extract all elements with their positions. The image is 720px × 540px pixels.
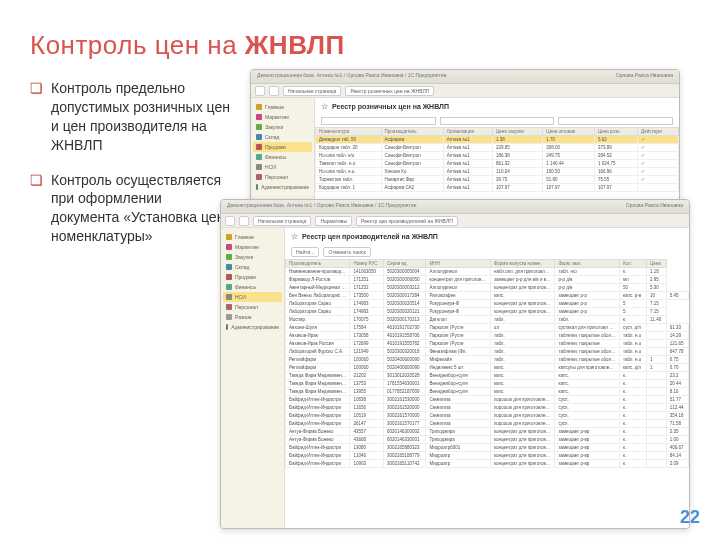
table-row[interactable]: Байфид-Иптек-Индастри110463002165188779М…	[286, 452, 689, 460]
sidebar-item[interactable]: Разное	[223, 312, 282, 322]
sidebar-label: Администрирование	[261, 184, 309, 190]
filter-input[interactable]	[321, 117, 436, 125]
sidebar-item[interactable]: Администрирование	[253, 182, 312, 192]
menu-icon[interactable]	[225, 216, 235, 226]
column-header[interactable]: Форма выпуска номен.	[490, 260, 554, 268]
column-header[interactable]: Производитель	[381, 128, 443, 136]
sidebar-item[interactable]: Продажи	[223, 272, 282, 282]
tab-home[interactable]: Начальная страница	[253, 216, 311, 226]
table-row[interactable]: Лаборатории Сарво1749835020300020121Року…	[286, 308, 689, 316]
table-row[interactable]: Байфид-Иптек-Индастри105193002161570000С…	[286, 412, 689, 420]
table-row[interactable]: Кордарон табл. 20Санофи-ВинтропАптека №1…	[316, 144, 679, 152]
sidebar-item[interactable]: Главное	[223, 232, 282, 242]
table-row[interactable]: Бен Венью Лабораторис Инк.17350050203000…	[286, 292, 689, 300]
tab-home[interactable]: Начальная страница	[283, 86, 341, 96]
table-row[interactable]: Авхиков-Ирак Россия1726994610191555782Па…	[286, 340, 689, 348]
cell: 354.18	[666, 412, 688, 420]
table-row[interactable]: Но-шпа табл. н/оСанофи-ВинтропАптека №11…	[316, 152, 679, 160]
cell: Аллопуринол	[426, 284, 490, 292]
column-header[interactable]: Номенклатура	[316, 128, 382, 136]
table-row[interactable]: Димедрол таб. 50АсфармаАптека №11.381.70…	[316, 136, 679, 144]
cell: к.	[619, 396, 646, 404]
table-row[interactable]: Но-шпа табл. н.о.Хиноин КоАптека №1110.2…	[316, 168, 679, 176]
sidebar-item[interactable]: Маркетинг	[253, 112, 312, 122]
column-header[interactable]: Цена	[647, 260, 667, 268]
cell: 39.75	[493, 176, 543, 184]
column-header[interactable]: Номер РУС	[350, 260, 383, 268]
sidebar-item[interactable]: Персонал	[223, 302, 282, 312]
tab-norm[interactable]: Нормативы	[315, 216, 352, 226]
table-row[interactable]: Байфид-Иптек-Индастри130803002165880323М…	[286, 444, 689, 452]
cell: к.	[619, 372, 646, 380]
find-button[interactable]: Найти...	[291, 247, 319, 257]
table-row[interactable]: Байфид-Иптек-Индастри108383002161530000С…	[286, 396, 689, 404]
table-row[interactable]: Авхони-Шуля175844610191702730Паркосет (Р…	[286, 324, 689, 332]
table-row[interactable]: Лабораторий Фурсио С.А.12194950203003200…	[286, 348, 689, 356]
tab-producer-registry[interactable]: Реестр цен производителей на ЖНВЛП	[356, 216, 458, 226]
cell: Новартис Фар	[381, 176, 443, 184]
table-row[interactable]: Байфид-Иптек-Индастри109033002165110742М…	[286, 460, 689, 468]
table-row[interactable]: Реплайфарм1000605020400600090Индилжекс 5…	[286, 364, 689, 372]
sidebar-item[interactable]: Администрирование	[223, 322, 282, 332]
sidebar-item[interactable]: Закупки	[253, 122, 312, 132]
table-row[interactable]: Такеда Фарм Медикамент Прод1375317815546…	[286, 380, 689, 388]
column-header[interactable]: Производитель	[286, 260, 350, 268]
cell: 170075	[350, 316, 383, 324]
cell: порошок для приготовления сусп.	[490, 420, 554, 428]
star-icon[interactable]	[239, 216, 249, 226]
sidebar-item[interactable]: Маркетинг	[223, 242, 282, 252]
fav-star-icon[interactable]: ☆	[321, 102, 328, 111]
table-row[interactable]: Фармакор Л-Ростов1712515020300006050конц…	[286, 276, 689, 284]
column-header[interactable]: Цена закупки	[493, 128, 543, 136]
sidebar-item[interactable]: Склад	[253, 132, 312, 142]
cell: Аллопуринол	[426, 268, 490, 276]
sidebar-item[interactable]: НСИ	[253, 162, 312, 172]
sidebar-item[interactable]: Закупки	[223, 252, 282, 262]
table-row[interactable]: Торжества табл.Новартис ФарАптека №139.7…	[316, 176, 679, 184]
cell: Индилжекс 5 шт	[426, 364, 490, 372]
table-row[interactable]: Наименование-производителя14106305050203…	[286, 268, 689, 276]
cell: сусп.	[555, 420, 619, 428]
table-row[interactable]: Антуа-Фирма Божеко436686020146330001Трих…	[286, 436, 689, 444]
star-icon[interactable]	[269, 86, 279, 96]
fav-star-icon[interactable]: ☆	[291, 232, 298, 241]
table-row[interactable]: Моспар1700755020300170213Датклоптабл.таб…	[286, 316, 689, 324]
table-row[interactable]: Такеда Фарм Медикамент Прод1395501778521…	[286, 388, 689, 396]
column-header[interactable]: Цена розн.	[595, 128, 638, 136]
sidebar-item[interactable]: Персонал	[253, 172, 312, 182]
column-header[interactable]: Серии ед.	[383, 260, 426, 268]
table-row[interactable]: Реплайфарм1000605020400600090Мифелайятаб…	[286, 356, 689, 364]
column-header[interactable]: Форм. вып.	[555, 260, 619, 268]
cell: 71.58	[666, 420, 688, 428]
table-row[interactable]: Антуа-Фирма Божеко435576020146300002Трих…	[286, 428, 689, 436]
bullet-item: Контроль предельно допустимых розничных …	[30, 79, 230, 155]
table-row[interactable]: Лаборатории Сарво1749835020300020514Року…	[286, 300, 689, 308]
filter-input[interactable]	[440, 117, 555, 125]
table-row[interactable]: Авхиков-Ирак1730584610191558706Паркосет …	[286, 332, 689, 340]
column-header[interactable]: МНН	[426, 260, 490, 268]
table-row[interactable]: Такеда Фарм Медикамент Прод2120230130120…	[286, 372, 689, 380]
column-header[interactable]: Кол.	[619, 260, 646, 268]
filter-input[interactable]	[558, 117, 673, 125]
sidebar-item[interactable]: Финансы	[253, 152, 312, 162]
table-row[interactable]: Кордарон табл. 1Асфарма СА2Аптека №1107.…	[316, 184, 679, 192]
cell: табл.	[555, 316, 619, 324]
column-header[interactable]: Цена оптовая	[543, 128, 595, 136]
table-row[interactable]: Авентарный-Медицинал Сан.171252502030000…	[286, 284, 689, 292]
sidebar-item[interactable]: Финансы	[223, 282, 282, 292]
column-header[interactable]: Действует	[638, 128, 679, 136]
table-row[interactable]: Байфид-Иптек-Индастри116563002161520000С…	[286, 404, 689, 412]
cell: табл. н.о	[619, 348, 646, 356]
sidebar-item[interactable]: Склад	[223, 262, 282, 272]
table-row[interactable]: Байфид-Иптек-Индастри261473002161570177С…	[286, 420, 689, 428]
cancel-search-button[interactable]: Отменить поиск	[323, 247, 370, 257]
tab-registry[interactable]: Реестр розничных цен на ЖНВЛП	[345, 86, 434, 96]
menu-icon[interactable]	[255, 86, 265, 96]
bullet-list: Контроль предельно допустимых розничных …	[30, 79, 240, 262]
sidebar-item[interactable]: Главное	[253, 102, 312, 112]
sidebar-item[interactable]: НСИ	[223, 292, 282, 302]
table-row[interactable]: Тавегил табл. н.оСанофи-ВинтропАптека №1…	[316, 160, 679, 168]
sidebar-item[interactable]: Продажи	[253, 142, 312, 152]
column-header[interactable]: Организация	[443, 128, 492, 136]
cell: порошок для приготовления сусп.	[490, 404, 554, 412]
